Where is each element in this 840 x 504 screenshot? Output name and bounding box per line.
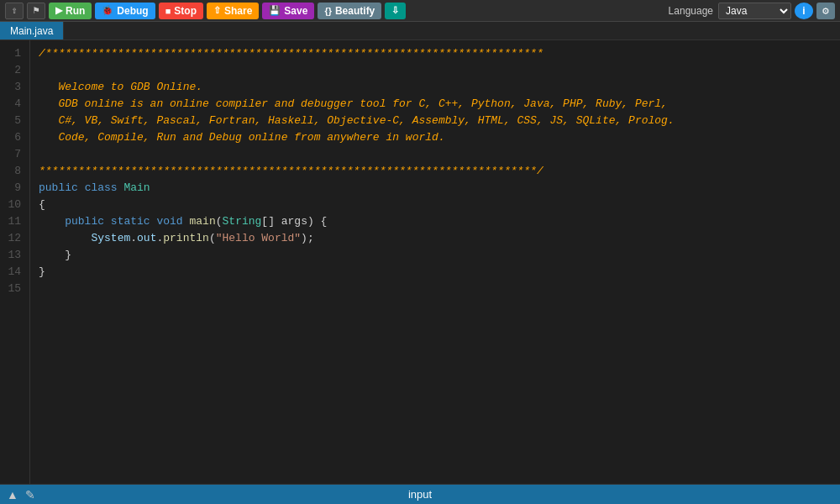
debug-icon: 🐞 — [102, 5, 113, 16]
line-num-9: 9 — [0, 180, 26, 197]
input-label: input — [408, 488, 432, 501]
line-num-3: 3 — [0, 79, 26, 96]
line-num-1: 1 — [0, 45, 26, 62]
run-button[interactable]: ▶ Run — [49, 3, 92, 19]
line-num-11: 11 — [0, 213, 26, 230]
tab-main-java[interactable]: Main.java — [0, 22, 64, 39]
tab-bar: Main.java — [0, 22, 840, 40]
pencil-icon[interactable]: ✎ — [25, 488, 35, 501]
line-num-4: 4 — [0, 96, 26, 113]
code-editor[interactable]: /***************************************… — [30, 40, 840, 484]
line-num-15: 15 — [0, 281, 26, 297]
share-icon: ⇧ — [213, 5, 221, 16]
run-icon: ▶ — [55, 5, 62, 16]
editor-area: 1 2 3 4 5 6 7 8 9 10 11 12 13 14 15 /***… — [0, 40, 840, 484]
bookmark-icon-btn[interactable]: ⚑ — [27, 3, 45, 19]
line-num-7: 7 — [0, 146, 26, 163]
line-num-8: 8 — [0, 163, 26, 180]
save-button[interactable]: 💾 Save — [262, 3, 314, 19]
stop-icon: ■ — [165, 6, 171, 16]
line-num-12: 12 — [0, 230, 26, 247]
info-button[interactable]: i — [795, 3, 813, 19]
language-label: Language — [669, 5, 713, 17]
save-icon: 💾 — [269, 5, 281, 16]
line-num-5: 5 — [0, 113, 26, 129]
line-num-10: 10 — [0, 197, 26, 213]
language-select[interactable]: Java C C++ Python Ruby Perl PHP JavaScri… — [718, 3, 791, 19]
language-section: Language Java C C++ Python Ruby Perl PHP… — [669, 3, 791, 19]
line-num-13: 13 — [0, 247, 26, 264]
beautify-button[interactable]: {} Beautify — [318, 3, 381, 19]
status-bar: ▲ ✎ input — [0, 484, 840, 504]
upload-icon-btn[interactable]: ⇧ — [5, 3, 24, 19]
expand-icon[interactable]: ▲ — [7, 488, 18, 501]
line-num-14: 14 — [0, 264, 26, 281]
stop-button[interactable]: ■ Stop — [159, 3, 203, 19]
settings-button[interactable]: ⚙ — [816, 3, 835, 19]
status-left: ▲ ✎ — [7, 488, 35, 501]
download-icon: ⇩ — [391, 5, 399, 16]
beautify-icon: {} — [324, 6, 332, 16]
toolbar: ⇧ ⚑ ▶ Run 🐞 Debug ■ Stop ⇧ Share 💾 Save … — [0, 0, 840, 22]
line-numbers: 1 2 3 4 5 6 7 8 9 10 11 12 13 14 15 — [0, 40, 30, 484]
line-num-6: 6 — [0, 129, 26, 146]
debug-button[interactable]: 🐞 Debug — [95, 3, 155, 19]
line-num-2: 2 — [0, 62, 26, 79]
share-button[interactable]: ⇧ Share — [207, 3, 259, 19]
download-button[interactable]: ⇩ — [385, 3, 406, 19]
